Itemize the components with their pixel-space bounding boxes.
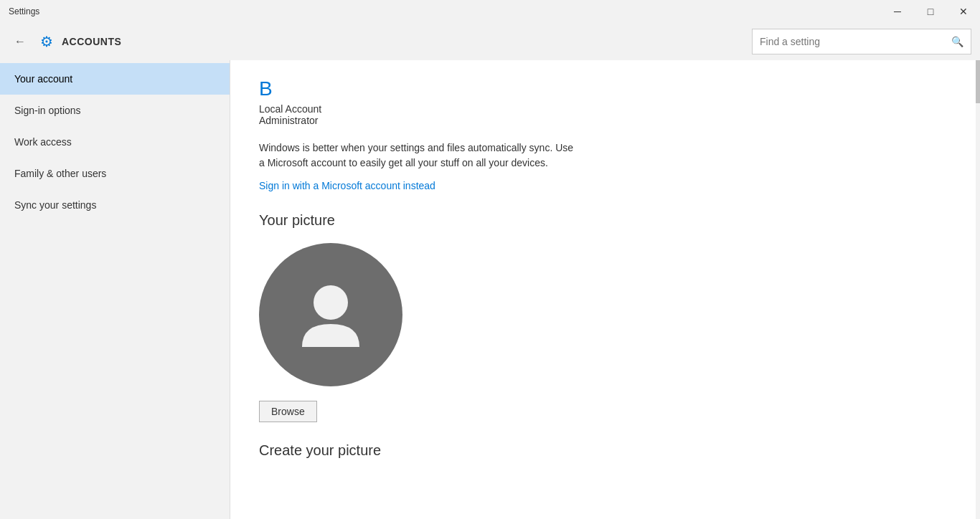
sidebar-item-sign-in-options[interactable]: Sign-in options xyxy=(0,95,230,126)
sync-message: Windows is better when your settings and… xyxy=(259,141,575,171)
svg-point-0 xyxy=(314,285,348,320)
user-role: Administrator xyxy=(259,115,947,126)
browse-button[interactable]: Browse xyxy=(259,401,317,422)
content-area: B Local Account Administrator Windows is… xyxy=(230,60,976,519)
scrollbar[interactable] xyxy=(976,60,980,519)
gear-icon: ⚙ xyxy=(40,33,53,50)
minimize-button[interactable]: ─ xyxy=(881,0,914,23)
back-button[interactable]: ← xyxy=(9,30,32,53)
search-input[interactable] xyxy=(760,36,951,47)
search-box: 🔍 xyxy=(752,29,971,54)
titlebar-app-name: Settings xyxy=(9,6,39,16)
main: Your account Sign-in options Work access… xyxy=(0,60,980,519)
user-type: Local Account xyxy=(259,103,947,115)
close-button[interactable]: ✕ xyxy=(947,0,980,23)
avatar xyxy=(259,243,402,386)
titlebar-left: Settings xyxy=(9,6,39,16)
search-icon: 🔍 xyxy=(951,36,963,47)
sidebar: Your account Sign-in options Work access… xyxy=(0,60,230,519)
sidebar-item-your-account[interactable]: Your account xyxy=(0,63,230,95)
scrollbar-thumb[interactable] xyxy=(976,60,980,103)
avatar-icon xyxy=(295,275,367,354)
app-title: ACCOUNTS xyxy=(62,36,743,47)
create-picture-title: Create your picture xyxy=(259,442,947,459)
ms-account-link[interactable]: Sign in with a Microsoft account instead xyxy=(259,180,435,191)
maximize-button[interactable]: □ xyxy=(914,0,947,23)
titlebar: Settings ─ □ ✕ xyxy=(0,0,980,23)
titlebar-controls: ─ □ ✕ xyxy=(881,0,980,23)
sidebar-item-family-other-users[interactable]: Family & other users xyxy=(0,158,230,189)
header: ← ⚙ ACCOUNTS 🔍 xyxy=(0,23,980,60)
your-picture-title: Your picture xyxy=(259,212,947,229)
sidebar-item-sync-your-settings[interactable]: Sync your settings xyxy=(0,189,230,221)
user-letter: B xyxy=(259,77,947,100)
sidebar-item-work-access[interactable]: Work access xyxy=(0,126,230,158)
